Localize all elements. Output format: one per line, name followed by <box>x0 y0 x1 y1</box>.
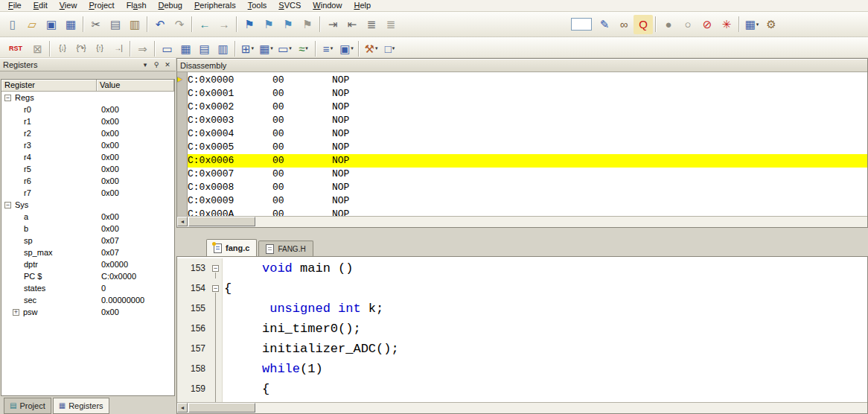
register-value[interactable]: 0x00 <box>97 105 174 114</box>
step-into-button[interactable]: {↓} <box>53 39 71 57</box>
register-row[interactable]: r70x00 <box>1 187 174 199</box>
disassembly-hscrollbar[interactable]: ◄ <box>177 216 867 227</box>
menu-flash[interactable]: Flash <box>121 0 153 11</box>
fold-gutter[interactable] <box>210 359 223 379</box>
menu-debug[interactable]: Debug <box>153 0 188 11</box>
register-value[interactable]: 0x00 <box>97 212 174 221</box>
disable-all-breakpoints-button[interactable]: ✳ <box>717 15 736 34</box>
register-row[interactable]: r00x00 <box>1 104 174 115</box>
code-line[interactable]: 159 { <box>177 379 867 399</box>
disassembly-gutter[interactable] <box>177 72 188 216</box>
register-row[interactable]: sec0.00000000 <box>1 294 174 306</box>
register-row[interactable]: PC $C:0x0000 <box>1 270 174 282</box>
editor-hscroll-thumb[interactable] <box>188 403 255 413</box>
register-value[interactable]: 0x07 <box>97 236 174 245</box>
memory-window-button[interactable]: ▦▾ <box>257 39 275 57</box>
register-row[interactable]: r30x00 <box>1 139 174 151</box>
bookmark-previous-button[interactable]: ⚑ <box>259 15 278 34</box>
outdent-button[interactable]: ⇤ <box>342 15 362 34</box>
disassembly-row[interactable]: C:0x000400NOP <box>188 127 867 141</box>
insert-breakpoint-button[interactable]: ● <box>659 15 678 34</box>
register-row[interactable]: b0x00 <box>1 223 174 235</box>
fold-gutter[interactable] <box>210 299 223 319</box>
disassembly-row[interactable]: C:0x000000NOP <box>188 74 867 87</box>
register-row[interactable]: r60x00 <box>1 175 174 187</box>
register-value[interactable]: 0x00 <box>97 188 174 197</box>
symbol-window-button[interactable]: ▤ <box>195 39 214 57</box>
fold-collapse-icon[interactable]: − <box>212 285 219 292</box>
register-row[interactable]: a0x00 <box>1 211 174 223</box>
disassembly-window-button[interactable]: ▦ <box>176 39 195 57</box>
copy-button[interactable]: ▤ <box>106 15 125 34</box>
fold-gutter[interactable] <box>210 319 223 339</box>
comment-selection-button[interactable]: ≣ <box>362 15 381 34</box>
code-line[interactable]: 153− void main () <box>177 258 867 278</box>
fold-gutter[interactable]: − <box>210 278 223 299</box>
toolbox-button[interactable]: ⚒▾ <box>362 39 380 57</box>
register-row[interactable]: +psw0x00 <box>1 306 174 318</box>
analysis-window-button[interactable]: ≈▾ <box>294 39 313 57</box>
disassembly-row[interactable]: C:0x000A00NOP <box>188 208 867 216</box>
disassembly-hscroll-thumb[interactable] <box>188 217 255 226</box>
register-row[interactable]: r50x00 <box>1 163 174 175</box>
register-row[interactable]: r10x00 <box>1 115 174 127</box>
code-line[interactable]: 157 initializer_ADC(); <box>177 339 867 359</box>
menu-help[interactable]: Help <box>348 0 377 11</box>
registers-window-button[interactable]: ▥ <box>214 39 232 57</box>
disassembly-row[interactable]: C:0x000900NOP <box>188 194 867 208</box>
navigate-forward-button[interactable]: → <box>214 15 234 34</box>
indent-button[interactable]: ⇥ <box>323 15 342 34</box>
register-value[interactable]: 0x00 <box>97 141 174 150</box>
register-value[interactable]: 0x00 <box>97 176 174 185</box>
system-viewer-button[interactable]: ▣▾ <box>337 39 356 57</box>
register-value[interactable]: 0x00 <box>97 117 174 126</box>
register-row[interactable]: r20x00 <box>1 127 174 139</box>
undo-button[interactable]: ↶ <box>150 15 170 34</box>
tree-collapse-icon[interactable]: − <box>4 202 11 208</box>
bookmark-clear-button[interactable]: ⚑ <box>298 15 317 34</box>
step-out-button[interactable]: {↑} <box>90 39 109 57</box>
register-value[interactable]: 0x00 <box>97 153 174 162</box>
step-over-button[interactable]: {↷} <box>71 39 90 57</box>
bookmark-toggle-button[interactable]: ⚑ <box>240 15 259 34</box>
uncomment-selection-button[interactable]: ≣ <box>381 15 401 34</box>
register-value[interactable]: 0x00 <box>97 165 174 173</box>
menu-peripherals[interactable]: Peripherals <box>188 0 242 11</box>
menu-view[interactable]: View <box>54 0 83 11</box>
register-value[interactable]: 0x0000 <box>97 260 174 269</box>
fold-collapse-icon[interactable]: − <box>212 265 219 272</box>
pin-icon[interactable]: ⚲ <box>151 60 162 70</box>
serial-window-button[interactable]: ▭▾ <box>275 39 294 57</box>
menu-project[interactable]: Project <box>83 0 120 11</box>
fold-gutter[interactable]: − <box>210 258 223 278</box>
scroll-left-arrow-icon[interactable]: ◄ <box>177 217 188 226</box>
register-value[interactable]: 0x00 <box>97 224 174 233</box>
bookmark-next-button[interactable]: ⚑ <box>278 15 298 34</box>
disassembly-row[interactable]: C:0x000500NOP <box>188 141 867 154</box>
search-button[interactable]: Q <box>634 15 653 34</box>
code-line[interactable]: 158 while(1) <box>177 359 867 379</box>
dock-tab-registers[interactable]: ▦Registers <box>53 398 109 414</box>
run-to-cursor-button[interactable]: →| <box>109 39 127 57</box>
fold-gutter[interactable] <box>210 379 223 399</box>
register-value[interactable]: 0x00 <box>97 129 174 138</box>
editor-tab-fang.c[interactable]: fang.c <box>206 239 257 256</box>
editor-hscrollbar[interactable]: ◄ <box>177 402 867 413</box>
code-line[interactable]: 156 ini_timer0(); <box>177 319 867 339</box>
cut-button[interactable]: ✂ <box>86 15 106 34</box>
register-value[interactable]: 0 <box>97 284 174 293</box>
register-value[interactable]: 0x07 <box>97 248 174 257</box>
register-row[interactable]: sp0x07 <box>1 235 174 246</box>
panel-menu-chevron-icon[interactable]: ▾ <box>140 60 150 70</box>
disassembly-row[interactable]: C:0x000100NOP <box>188 87 867 101</box>
menu-file[interactable]: File <box>2 0 28 11</box>
register-value[interactable]: 0x00 <box>97 308 174 316</box>
column-header-register[interactable]: Register <box>1 80 97 92</box>
column-header-value[interactable]: Value <box>97 80 174 92</box>
redo-button[interactable]: ↷ <box>170 15 189 34</box>
register-row[interactable]: dptr0x0000 <box>1 258 174 270</box>
menu-edit[interactable]: Edit <box>28 0 54 11</box>
code-line[interactable]: 155 unsigned int k; <box>177 299 867 319</box>
window-layout-button[interactable]: ▦▾ <box>742 15 762 34</box>
menu-window[interactable]: Window <box>307 0 348 11</box>
